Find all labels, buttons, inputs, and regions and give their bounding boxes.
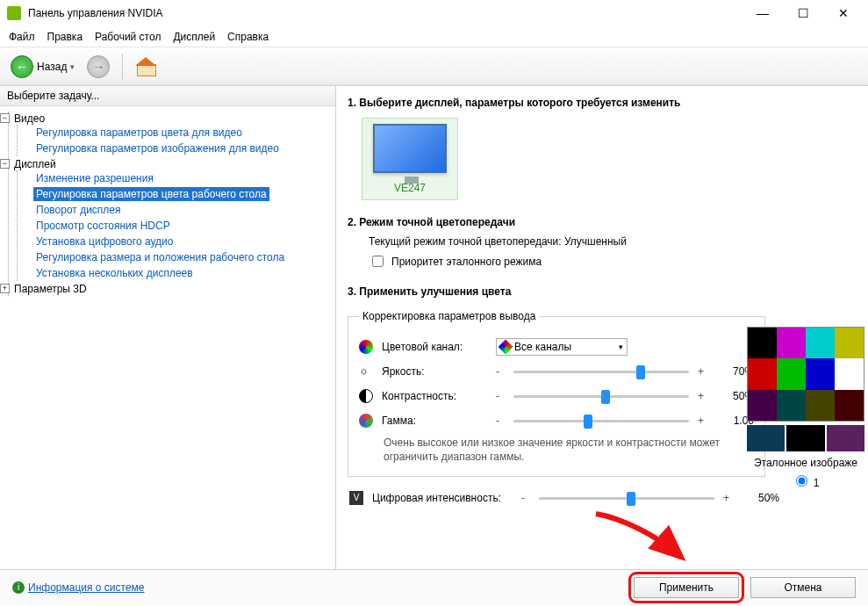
menubar: Файл Правка Рабочий стол Дисплей Справка (0, 26, 868, 47)
plus-icon: + (698, 365, 707, 378)
tree-toggle-video[interactable]: − (0, 113, 10, 123)
output-correction-group: Корректировка параметров вывода Цветовой… (348, 310, 765, 477)
info-icon: i (12, 581, 25, 594)
brightness-slider[interactable] (513, 363, 689, 380)
color-bars-icon (747, 327, 864, 422)
color-channel-icon (359, 340, 373, 354)
minus-icon: - (496, 365, 505, 378)
reference-radio-1[interactable]: 1 (792, 473, 819, 489)
home-button[interactable] (132, 55, 160, 78)
menu-edit[interactable]: Правка (47, 31, 83, 43)
tree-group-display[interactable]: Дисплей (12, 157, 58, 171)
tree-item-resolution[interactable]: Изменение разрешения (33, 171, 156, 185)
reference-priority-label: Приоритет эталонного режима (391, 256, 542, 268)
gamma-slider[interactable] (513, 412, 689, 429)
tree-item-audio[interactable]: Установка цифрового аудио (33, 234, 176, 249)
sidebar-header: Выберите задачу... (0, 86, 335, 106)
group-legend: Корректировка параметров вывода (359, 310, 539, 322)
reference-priority-input[interactable] (372, 256, 384, 267)
task-tree[interactable]: − Видео Регулировка параметров цвета для… (0, 106, 335, 569)
chevron-down-icon: ▾ (619, 343, 627, 351)
cancel-button[interactable]: Отмена (750, 577, 856, 598)
tree-toggle-display[interactable]: − (0, 159, 10, 169)
gamma-icon (359, 414, 373, 428)
tree-item-desktop-color[interactable]: Регулировка параметров цвета рабочего ст… (33, 187, 269, 201)
back-button[interactable]: ← Назад ▾ (7, 54, 78, 80)
menu-display[interactable]: Дисплей (173, 31, 215, 43)
maximize-button[interactable]: ☐ (791, 6, 815, 20)
forward-button[interactable]: → (83, 54, 113, 80)
tree-item-multi-display[interactable]: Установка нескольких дисплеев (33, 266, 196, 280)
footer: i Информация о системе Применить Отмена (0, 569, 868, 604)
menu-desktop[interactable]: Рабочий стол (95, 31, 161, 43)
digital-vibrance-value: 50% (741, 492, 779, 504)
menu-file[interactable]: Файл (9, 31, 35, 43)
tree-group-3d[interactable]: Параметры 3D (12, 282, 89, 296)
tree-item-size-position[interactable]: Регулировка размера и положения рабочего… (33, 250, 287, 264)
tree-item-rotate[interactable]: Поворот дисплея (33, 203, 124, 217)
monitor-icon (373, 124, 447, 173)
separator (122, 54, 123, 80)
step2-title: 2. Режим точной цветопередачи (348, 216, 861, 228)
contrast-slider[interactable] (513, 387, 689, 405)
contrast-label: Контрастность: (382, 390, 487, 402)
digital-vibrance-label: Цифровая интенсивность: (372, 492, 513, 504)
reference-priority-checkbox[interactable]: Приоритет эталонного режима (369, 253, 861, 270)
monitor-name: VE247 (368, 182, 452, 194)
system-info-label: Информация о системе (28, 581, 144, 594)
tree-group-video[interactable]: Видео (12, 112, 47, 126)
apply-button[interactable]: Применить (634, 577, 739, 598)
sidebar: Выберите задачу... − Видео Регулировка п… (0, 86, 336, 569)
preview-caption: Эталонное изображе (747, 457, 864, 469)
brightness-label: Яркость: (382, 365, 487, 378)
menu-help[interactable]: Справка (227, 31, 269, 43)
gamma-label: Гамма: (382, 415, 487, 427)
gamma-note: Очень высокое или низкое значение яркост… (384, 436, 754, 464)
back-label: Назад (37, 61, 67, 73)
forward-arrow-icon: → (87, 55, 110, 78)
display-tile[interactable]: VE247 (362, 118, 458, 200)
tree-item-hdcp[interactable]: Просмотр состояния HDCP (33, 219, 173, 233)
step1-title: 1. Выберите дисплей, параметры которого … (348, 97, 861, 109)
system-info-link[interactable]: i Информация о системе (12, 581, 144, 594)
back-arrow-icon: ← (11, 55, 33, 78)
tree-toggle-3d[interactable]: + (0, 284, 10, 293)
reference-preview: Эталонное изображе 1 (747, 327, 864, 489)
brightness-icon: ☼ (359, 364, 373, 379)
close-button[interactable]: ✕ (831, 6, 856, 20)
back-dropdown-icon[interactable]: ▾ (70, 62, 75, 71)
home-icon (135, 57, 156, 76)
digital-vibrance-slider[interactable] (539, 489, 714, 507)
titlebar: Панель управления NVIDIA — ☐ ✕ (0, 0, 868, 26)
current-mode-text: Текущий режим точной цветопередачи: Улуч… (369, 235, 861, 248)
nvidia-icon (7, 6, 21, 20)
color-channel-value: Все каналы (514, 341, 571, 353)
minimize-button[interactable]: — (750, 6, 775, 20)
color-channel-label: Цветовой канал: (382, 341, 487, 353)
digital-vibrance-icon: V (349, 491, 363, 505)
window-title: Панель управления NVIDIA (28, 7, 163, 19)
contrast-icon (359, 389, 373, 403)
toolbar: ← Назад ▾ → (0, 47, 868, 86)
tree-item-video-image[interactable]: Регулировка параметров изображения для в… (33, 141, 282, 155)
tree-item-video-color[interactable]: Регулировка параметров цвета для видео (33, 126, 245, 140)
step3-title: 3. Применить улучшения цвета (348, 285, 861, 298)
color-channel-dropdown[interactable]: Все каналы ▾ (496, 338, 628, 356)
apply-highlight: Применить (631, 574, 742, 601)
